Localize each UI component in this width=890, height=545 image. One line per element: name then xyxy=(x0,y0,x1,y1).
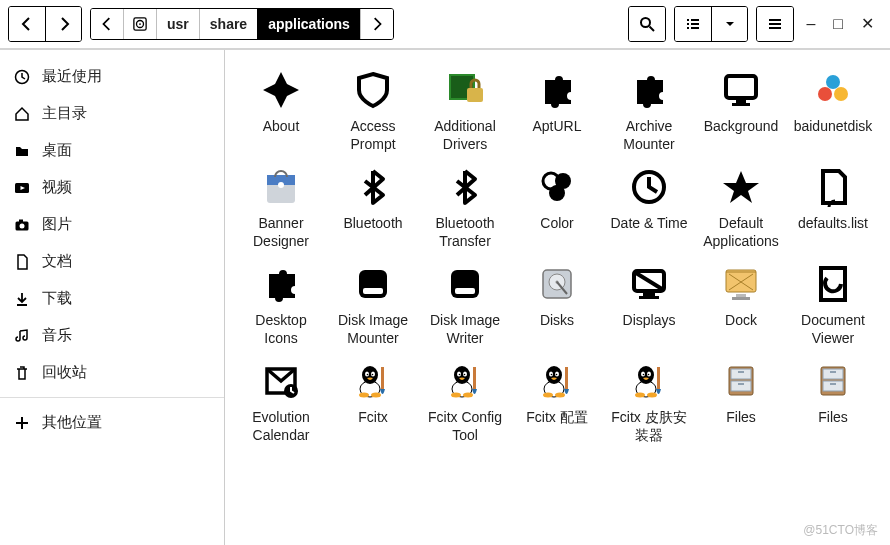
back-button[interactable] xyxy=(9,7,45,41)
puzzle-icon xyxy=(625,66,673,114)
search-button[interactable] xyxy=(629,7,665,41)
folder-icon xyxy=(14,143,30,159)
hamburger-button[interactable] xyxy=(757,7,793,41)
breadcrumb-root-disk[interactable] xyxy=(123,9,156,39)
app-label: Dock xyxy=(725,312,757,330)
app-item[interactable]: Fcitx Config Tool xyxy=(421,353,509,444)
bluetooth-icon xyxy=(349,163,397,211)
sidebar: 最近使用主目录桌面视频图片文档下载音乐回收站 其他位置 xyxy=(0,50,225,545)
app-label: Bluetooth xyxy=(343,215,402,233)
spark-icon xyxy=(257,66,305,114)
nav-buttons xyxy=(8,6,82,42)
app-label: defaults.list xyxy=(798,215,868,233)
video-icon xyxy=(14,180,30,196)
caret-down-icon xyxy=(722,16,738,32)
app-item[interactable]: Banner Designer xyxy=(237,159,325,250)
sidebar-item-8[interactable]: 回收站 xyxy=(0,354,224,391)
content-area: AboutAccess PromptAdditional DriversAptU… xyxy=(225,50,890,545)
chip-lock-icon xyxy=(441,66,489,114)
hamburger-group xyxy=(756,6,794,42)
app-item[interactable]: Desktop Icons xyxy=(237,256,325,347)
envelope-icon xyxy=(257,357,305,405)
sidebar-item-7[interactable]: 音乐 xyxy=(0,317,224,354)
breadcrumb-seg-1[interactable]: share xyxy=(199,9,257,39)
forward-button[interactable] xyxy=(45,7,81,41)
app-label: Color xyxy=(540,215,573,233)
sidebar-item-5[interactable]: 文档 xyxy=(0,243,224,280)
disk-icon xyxy=(441,260,489,308)
app-label: Files xyxy=(818,409,848,427)
app-label: baidunetdisk xyxy=(794,118,873,136)
sidebar-item-6[interactable]: 下载 xyxy=(0,280,224,317)
circles-icon xyxy=(533,163,581,211)
app-item[interactable]: Displays xyxy=(605,256,693,347)
app-item[interactable]: Additional Drivers xyxy=(421,62,509,153)
sidebar-item-4[interactable]: 图片 xyxy=(0,206,224,243)
app-item[interactable]: Disks xyxy=(513,256,601,347)
app-label: Fcitx xyxy=(358,409,388,427)
dock-icon-icon xyxy=(717,260,765,308)
sidebar-item-label: 文档 xyxy=(42,252,72,271)
app-item[interactable]: Fcitx 配置 xyxy=(513,353,601,444)
list-view-button[interactable] xyxy=(675,7,711,41)
app-item[interactable]: Bluetooth xyxy=(329,159,417,250)
app-label: Files xyxy=(726,409,756,427)
app-label: Displays xyxy=(623,312,676,330)
app-item[interactable]: baidunetdisk xyxy=(789,62,877,153)
maximize-button[interactable]: □ xyxy=(833,16,843,32)
tux-brush-icon xyxy=(533,357,581,405)
app-item[interactable]: Fcitx 皮肤安装器 xyxy=(605,353,693,444)
app-item[interactable]: defaults.list xyxy=(789,159,877,250)
app-label: Disk Image Writer xyxy=(422,312,508,347)
app-item[interactable]: Dock xyxy=(697,256,785,347)
search-icon xyxy=(639,16,655,32)
sidebar-item-0[interactable]: 最近使用 xyxy=(0,58,224,95)
app-item[interactable]: Date & Time xyxy=(605,159,693,250)
app-label: Disk Image Mounter xyxy=(330,312,416,347)
app-label: Disks xyxy=(540,312,574,330)
view-buttons xyxy=(674,6,748,42)
svg-rect-5 xyxy=(687,19,689,21)
app-label: Additional Drivers xyxy=(422,118,508,153)
sidebar-item-3[interactable]: 视频 xyxy=(0,169,224,206)
app-item[interactable]: Document Viewer xyxy=(789,256,877,347)
tux-brush-icon xyxy=(625,357,673,405)
app-item[interactable]: Files xyxy=(697,353,785,444)
app-item[interactable]: Background xyxy=(697,62,785,153)
svg-rect-13 xyxy=(769,27,781,29)
app-item[interactable]: Fcitx xyxy=(329,353,417,444)
cabinet-icon xyxy=(809,357,857,405)
star-icon xyxy=(717,163,765,211)
app-item[interactable]: About xyxy=(237,62,325,153)
breadcrumb-scroll-right[interactable] xyxy=(360,9,393,39)
app-item[interactable]: Bluetooth Transfer xyxy=(421,159,509,250)
app-label: Archive Mounter xyxy=(606,118,692,153)
cabinet-icon xyxy=(717,357,765,405)
app-item[interactable]: Access Prompt xyxy=(329,62,417,153)
tux-brush-icon xyxy=(441,357,489,405)
app-item[interactable]: Disk Image Mounter xyxy=(329,256,417,347)
sidebar-item-1[interactable]: 主目录 xyxy=(0,95,224,132)
minimize-button[interactable]: – xyxy=(806,16,815,32)
hdd-icon xyxy=(533,260,581,308)
app-item[interactable]: AptURL xyxy=(513,62,601,153)
camera-icon xyxy=(14,217,30,233)
app-item[interactable]: Color xyxy=(513,159,601,250)
window-controls: – □ ✕ xyxy=(802,16,882,32)
app-item[interactable]: Files xyxy=(789,353,877,444)
breadcrumb-scroll-left[interactable] xyxy=(91,9,123,39)
app-item[interactable]: Evolution Calendar xyxy=(237,353,325,444)
app-item[interactable]: Archive Mounter xyxy=(605,62,693,153)
svg-rect-8 xyxy=(691,23,699,25)
breadcrumb-seg-2[interactable]: applications xyxy=(257,9,360,39)
sidebar-item-label: 音乐 xyxy=(42,326,72,345)
svg-rect-12 xyxy=(769,23,781,25)
app-item[interactable]: Disk Image Writer xyxy=(421,256,509,347)
breadcrumb-seg-0[interactable]: usr xyxy=(156,9,199,39)
sidebar-other-locations[interactable]: 其他位置 xyxy=(0,404,224,441)
app-item[interactable]: Default Applications xyxy=(697,159,785,250)
sidebar-item-2[interactable]: 桌面 xyxy=(0,132,224,169)
close-button[interactable]: ✕ xyxy=(861,16,874,32)
menu-dropdown-button[interactable] xyxy=(711,7,747,41)
app-label: Fcitx 皮肤安装器 xyxy=(606,409,692,444)
